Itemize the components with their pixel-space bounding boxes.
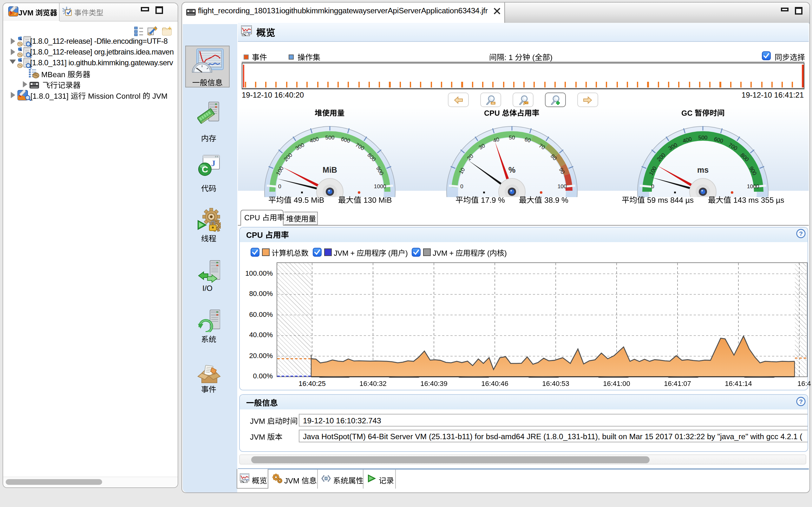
svg-text:500: 500 [325, 134, 334, 141]
svg-text:C: C [202, 164, 208, 174]
svg-text:500: 500 [698, 134, 707, 141]
svg-text:0: 0 [460, 183, 463, 189]
svg-text:50: 50 [509, 134, 515, 141]
svg-text:?: ? [799, 230, 803, 237]
svg-text:J: J [211, 159, 215, 168]
svg-text:MiB: MiB [322, 165, 337, 174]
svg-text:ms: ms [697, 165, 709, 174]
svg-text:1000: 1000 [374, 183, 386, 189]
svg-text:%: % [508, 165, 515, 174]
svg-text:100: 100 [558, 183, 567, 189]
svg-text:?: ? [799, 398, 803, 405]
svg-text:0: 0 [278, 183, 281, 189]
svg-text:1000: 1000 [747, 183, 759, 189]
svg-text:0: 0 [651, 183, 654, 189]
